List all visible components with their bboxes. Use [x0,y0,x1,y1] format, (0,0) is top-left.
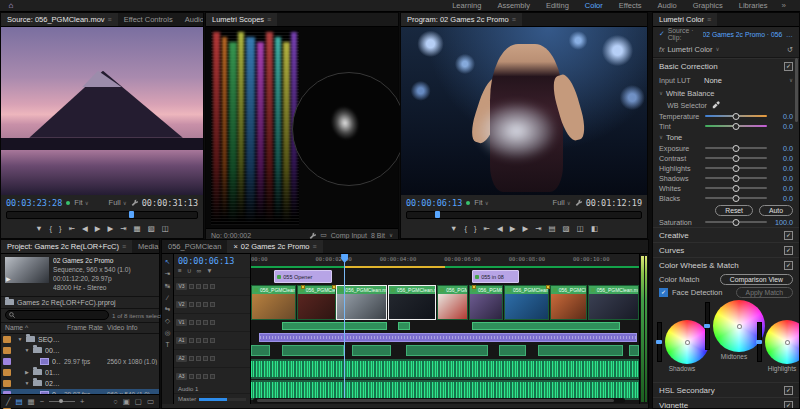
vignette-checkbox[interactable]: ✓ [784,401,793,409]
exposure-slider-value[interactable]: 0.0 [771,144,793,153]
lumetri-source-clip[interactable]: 02 Games 2c Promo · 056_PGMClean [703,31,793,38]
program-resolution-select[interactable]: Full∨ [553,198,571,207]
reset-effect-icon[interactable]: ↺ [787,45,793,54]
tree-twirl-icon[interactable]: ▼ [17,336,23,342]
bin-path[interactable]: Games 2c Re(LOR+FcC).prproj [17,299,116,306]
timeline-track-area[interactable]: 00:0000:00:02:0000:00:04:0000:00:06:0000… [251,254,639,404]
shadows-slider-track[interactable] [705,177,767,179]
white-balance-header[interactable]: ∨White Balance [653,87,799,99]
graphic-clip[interactable]: 055 in 08 [472,270,519,283]
face-detection-checkbox[interactable]: ✓ [659,288,668,297]
track-toggle-icon[interactable] [189,302,194,307]
audio-clip[interactable] [538,345,623,356]
shadows-slider-value[interactable]: 0.0 [771,174,793,183]
audio-clip[interactable] [352,345,391,356]
graphic-clip[interactable]: 055 Opener [274,270,332,283]
comparison-view-button[interactable]: Comparison View [720,274,793,285]
apply-match-button[interactable]: Apply Match [736,287,793,298]
workspace-tab-learning[interactable]: Learning [452,1,481,10]
track-toggle-icon[interactable] [189,284,194,289]
ripple-edit-tool[interactable]: ↹ [165,282,170,290]
track-target-a2[interactable]: A2 [176,355,187,362]
go-to-in-icon[interactable]: ⇤ [69,225,75,233]
audio-clip[interactable] [282,322,387,330]
tree-twirl-icon[interactable]: ▶ [24,369,30,375]
icon-view-icon[interactable]: ▦ [28,397,35,406]
curves-checkbox[interactable]: ✓ [784,246,793,255]
saturation-slider-knob[interactable] [733,219,740,226]
lift-icon[interactable]: ▤ [549,225,556,233]
panel-menu-icon[interactable]: ≡ [108,16,112,23]
track-toggle-icon[interactable] [210,320,215,325]
source-zoom-select[interactable]: Fit∨ [74,198,88,207]
project-row-00-live-1[interactable]: 00 LIVE 129.97 fps2560 x 1080 (1.0) [1,356,159,367]
video-clip[interactable]: 056_PGMClean.mov [588,285,639,320]
program-scrubber[interactable] [406,211,642,219]
pen-tool[interactable]: ◇ [165,317,170,325]
contrast-slider-track[interactable] [705,157,767,159]
workspace-tab-libraries[interactable]: Libraries [739,1,768,10]
mark-out-icon[interactable]: } [474,225,477,233]
workspace-tab-editing[interactable]: Editing [546,1,569,10]
section-creative[interactable]: Creative✓ [653,227,799,242]
tree-twirl-icon[interactable]: ▼ [24,380,30,386]
preview-thumbnail[interactable]: ▶ [5,257,49,283]
shadows-luma-handle[interactable] [656,340,662,344]
export-frame-icon[interactable]: ◫ [577,225,584,233]
project-search-input[interactable] [17,312,105,319]
eyedropper-icon[interactable] [712,101,720,109]
snap-icon[interactable]: ∪ [187,267,192,275]
video-clip[interactable]: 056_PGMClean.mov [550,285,587,320]
go-to-out-icon[interactable]: ⇥ [120,225,126,233]
hand-tool[interactable]: ◎ [165,329,171,337]
track-toggle-icon[interactable] [203,302,208,307]
clip-marker[interactable] [546,285,550,289]
zoom-out-icon[interactable]: − [40,397,44,406]
project-row-01-event-cut-downs[interactable]: ▶01 EVENT CUT DOWNS [1,367,159,378]
audio-clip[interactable] [398,322,410,330]
selection-tool[interactable]: ↖ [165,258,170,266]
music-clip[interactable] [259,333,637,342]
close-icon[interactable]: × [233,242,237,251]
tab-audio-clip-mixer[interactable]: Audio Clip Mixer: 02 Games 2c Promo [179,13,203,26]
step-back-icon[interactable]: ◀ [497,225,503,233]
mark-in-icon[interactable]: { [465,225,468,233]
video-clip[interactable]: 056_PGMClean.mov [297,285,336,320]
saturation-slider-value[interactable]: 100.0 [771,218,793,227]
track-header-a1[interactable]: A1 [174,331,250,349]
find-icon[interactable]: ○ [113,397,118,406]
whites-slider-track[interactable] [705,187,767,189]
tab-lumetri-color[interactable]: Lumetri Color≡ [653,13,717,26]
column-name[interactable]: Name ^ [5,324,67,331]
tint-slider-value[interactable]: 0.0 [771,122,793,131]
go-to-in-icon[interactable]: ⇤ [484,225,490,233]
sequence-menu-icon[interactable]: ≡ [178,267,182,275]
workspace-tab-assembly[interactable]: Assembly [497,1,530,10]
creative-checkbox[interactable]: ✓ [784,231,793,240]
timeline-horizontal-scrollbar[interactable] [253,398,625,403]
source-timecode[interactable]: 00:03:23:28 [6,198,62,208]
scopes-settings-wrench-icon[interactable] [309,232,316,239]
shadows-slider-knob[interactable] [733,175,740,182]
audio-clip[interactable] [282,345,344,356]
track-toggle-icon[interactable] [196,320,201,325]
track-toggle-icon[interactable] [210,284,215,289]
whites-slider-knob[interactable] [733,185,740,192]
track-toggle-icon[interactable] [189,374,194,379]
source-scrubber-handle[interactable] [129,211,134,218]
track-target-a3[interactable]: A3 [176,373,187,380]
shadows-wheel[interactable] [665,320,709,364]
zoom-in-icon[interactable]: + [80,397,84,406]
source-video-viewport[interactable] [1,27,203,195]
highlights-slider-track[interactable] [705,167,767,169]
tint-slider-knob[interactable] [733,123,740,130]
tab-program-monitor[interactable]: Program: 02 Games 2c Promo≡ [401,13,522,26]
track-toggle-icon[interactable] [196,374,201,379]
audio-waveform-track[interactable] [251,359,639,379]
scopes-input-label[interactable]: Comp Input [331,232,367,239]
project-row-sequences[interactable]: ▼SEQUENCES [1,334,159,345]
zoom-slider[interactable] [49,401,75,402]
project-search-box[interactable] [5,310,109,320]
clip-marker[interactable] [472,285,476,289]
input-lut-select[interactable]: None [704,76,722,85]
